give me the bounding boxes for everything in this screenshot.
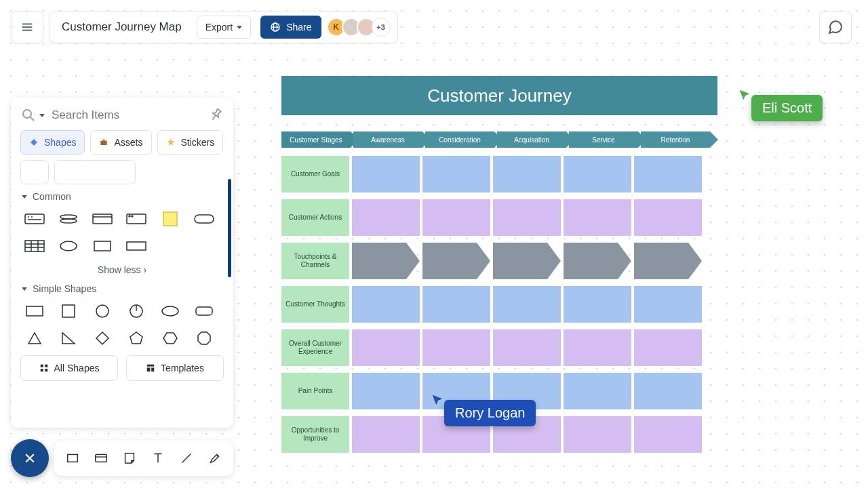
cell[interactable] [564, 373, 631, 409]
cell[interactable] [634, 199, 702, 236]
briefcase-icon [99, 138, 108, 147]
row-label[interactable]: Customer Goals [281, 156, 349, 192]
all-shapes-button[interactable]: All Shapes [20, 355, 118, 381]
row-label[interactable]: Touchpoints & Channels [281, 243, 349, 279]
section-common-header[interactable]: Common [22, 191, 222, 202]
templates-button[interactable]: Templates [126, 355, 224, 381]
panel-scrollbar[interactable] [228, 179, 231, 277]
cell-arrow[interactable] [352, 243, 420, 279]
shape-pentagon[interactable] [122, 328, 151, 348]
svg-point-22 [132, 216, 133, 217]
shape-donut[interactable] [122, 301, 151, 321]
shape-ellipse[interactable] [54, 236, 83, 256]
tab-stickers[interactable]: Stickers [157, 130, 224, 155]
shape-circle[interactable] [88, 301, 117, 321]
cell[interactable] [422, 286, 490, 323]
document-title[interactable]: Customer Journey Map [56, 20, 187, 34]
shape-square[interactable] [54, 301, 83, 321]
stage-header[interactable]: Consideration [425, 131, 494, 148]
show-less-button[interactable]: Show less › [20, 260, 224, 277]
cell[interactable] [564, 416, 631, 453]
cell[interactable] [564, 286, 631, 323]
cell[interactable] [422, 199, 490, 236]
export-label: Export [205, 22, 233, 33]
shape-sticky-note[interactable] [156, 209, 184, 229]
cell[interactable] [352, 199, 420, 236]
tool-line[interactable] [174, 445, 199, 471]
row-label[interactable]: Customer Thoughts [281, 286, 349, 323]
cell[interactable] [564, 329, 631, 366]
shape-hexagon[interactable] [156, 328, 184, 348]
cell-arrow[interactable] [634, 243, 702, 279]
cell[interactable] [634, 156, 702, 192]
cell[interactable] [493, 329, 561, 366]
shape-diamond[interactable] [88, 328, 117, 348]
search-input[interactable] [52, 108, 201, 122]
shape-octagon[interactable] [190, 328, 218, 348]
stage-header[interactable]: Awareness [353, 131, 422, 148]
row-label[interactable]: Customer Actions [281, 199, 349, 236]
shape-rect-wide[interactable] [122, 236, 151, 256]
cell[interactable] [352, 329, 420, 366]
search-dropdown-icon[interactable] [39, 114, 45, 117]
row-label[interactable]: Opportunities to Improve [281, 416, 349, 453]
cell[interactable] [352, 373, 420, 409]
cell-arrow[interactable] [422, 243, 490, 279]
shape-right-triangle[interactable] [54, 328, 83, 348]
cell[interactable] [564, 199, 631, 236]
shape-rounded[interactable] [190, 301, 218, 321]
pin-icon[interactable] [204, 104, 226, 126]
shape-table[interactable] [20, 236, 49, 256]
stage-header[interactable]: Retention [641, 131, 710, 148]
cell[interactable] [493, 156, 561, 192]
common-shapes-grid [20, 209, 224, 256]
tab-assets[interactable]: Assets [90, 130, 151, 155]
svg-rect-43 [147, 367, 151, 371]
shape-rectangle[interactable] [20, 301, 49, 321]
tab-extra-1[interactable] [20, 160, 49, 184]
cell[interactable] [634, 416, 702, 453]
shape-rect-small[interactable] [88, 236, 117, 256]
shape-keyboard[interactable] [20, 209, 49, 229]
stage-header[interactable]: Customer Stages [281, 131, 351, 148]
canvas-title[interactable]: Customer Journey [281, 76, 717, 115]
cell[interactable] [352, 156, 420, 192]
tab-extra-2[interactable] [54, 160, 136, 184]
tool-rectangle[interactable] [60, 445, 85, 471]
cell[interactable] [493, 199, 561, 236]
cell[interactable] [493, 286, 561, 323]
tool-text[interactable] [145, 445, 171, 471]
shape-oval[interactable] [156, 301, 184, 321]
cell[interactable] [352, 416, 420, 453]
shape-rounded-rect[interactable] [190, 209, 218, 229]
tool-card[interactable] [88, 445, 114, 471]
cell[interactable] [422, 329, 490, 366]
cell[interactable] [634, 373, 702, 409]
close-panel-button[interactable] [11, 439, 49, 477]
share-button[interactable]: Share [260, 16, 321, 39]
cell[interactable] [634, 286, 702, 323]
comments-button[interactable] [819, 11, 852, 43]
tool-note[interactable] [117, 445, 142, 471]
tool-highlighter[interactable] [202, 445, 228, 471]
shape-capsule-stack[interactable] [54, 209, 83, 229]
row-label[interactable]: Overall Customer Experience [281, 329, 349, 366]
cell[interactable] [422, 156, 490, 192]
collaborator-avatars[interactable]: K +3 [331, 18, 391, 37]
stage-header[interactable]: Service [569, 131, 638, 148]
shape-window[interactable] [122, 209, 151, 229]
cell-arrow[interactable] [493, 243, 561, 279]
section-simple-header[interactable]: Simple Shapes [22, 283, 222, 294]
tab-shapes[interactable]: Shapes [20, 130, 85, 155]
avatar-more[interactable]: +3 [372, 18, 391, 37]
menu-button[interactable] [11, 11, 43, 43]
cell[interactable] [352, 286, 420, 323]
cell-arrow[interactable] [564, 243, 631, 279]
cell[interactable] [564, 156, 631, 192]
shape-triangle[interactable] [20, 328, 49, 348]
export-button[interactable]: Export [197, 16, 251, 39]
row-label[interactable]: Pain Points [281, 373, 349, 409]
shape-browser[interactable] [88, 209, 117, 229]
stage-header[interactable]: Acquisation [497, 131, 566, 148]
cell[interactable] [634, 329, 702, 366]
